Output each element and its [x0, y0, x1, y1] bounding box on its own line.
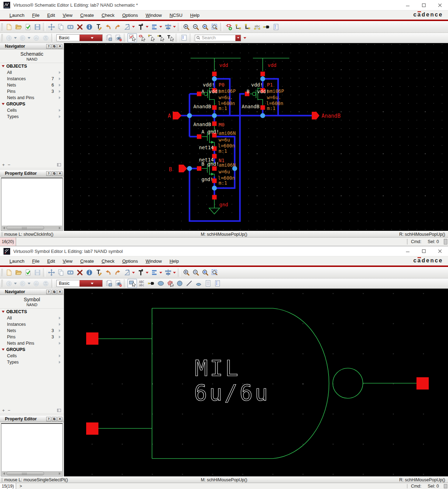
menu-options[interactable]: Options — [118, 257, 142, 265]
nav-up-icon[interactable] — [32, 279, 41, 288]
navigator-close-button[interactable]: ✕ — [57, 44, 62, 49]
tree-item-instances[interactable]: Instances7 — [0, 76, 64, 82]
redo-icon[interactable] — [113, 268, 122, 277]
open-file-icon[interactable] — [14, 268, 23, 277]
horizontal-scrollbar[interactable] — [2, 471, 62, 476]
toolbar-grip[interactable] — [1, 269, 3, 276]
menu-create[interactable]: Create — [76, 12, 98, 19]
navigator-float-button[interactable]: ⧉ — [52, 290, 57, 294]
scroll-right-button[interactable] — [57, 226, 62, 230]
menu-launch[interactable]: Launch — [6, 257, 28, 265]
groups-section[interactable]: GROUPS — [0, 101, 64, 107]
tree-item-cells[interactable]: Cells — [0, 353, 64, 359]
info-icon[interactable] — [84, 22, 94, 32]
nav-forward-dropdown[interactable] — [28, 283, 30, 284]
style-selector-dropdown[interactable] — [80, 35, 102, 41]
rotate-icon[interactable] — [122, 22, 132, 32]
rotate-icon[interactable] — [122, 268, 132, 277]
property-editor-close-button[interactable]: ✕ — [57, 417, 62, 421]
navigator-header[interactable]: Navigator ? ⧉ ✕ — [0, 289, 64, 295]
polygon-tool[interactable] — [165, 279, 175, 288]
nav-top-icon[interactable] — [41, 279, 50, 288]
panel-splitter[interactable] — [0, 413, 64, 416]
align-icon[interactable] — [150, 22, 159, 32]
delete-icon[interactable] — [75, 268, 84, 277]
zoom-to-selection-icon[interactable] — [210, 268, 219, 277]
zoom-to-selection-icon[interactable] — [210, 22, 219, 32]
menu-edit[interactable]: Edit — [43, 257, 59, 265]
move-icon[interactable] — [47, 268, 56, 277]
expand-arrow-icon[interactable] — [59, 90, 61, 93]
collapse-triangle-icon[interactable] — [2, 311, 5, 313]
panel-splitter[interactable] — [0, 167, 64, 170]
ellipse-tool[interactable] — [156, 279, 165, 288]
menu-view[interactable]: View — [59, 12, 76, 19]
search-input[interactable] — [202, 35, 230, 40]
tree-item-cells[interactable]: Cells — [0, 107, 64, 113]
menu-options[interactable]: Options — [118, 12, 142, 19]
menu-edit[interactable]: Edit — [43, 12, 59, 19]
nav-forward-icon[interactable] — [18, 33, 27, 42]
search-dropdown[interactable] — [235, 35, 241, 41]
expand-all-button[interactable]: + — [2, 162, 8, 167]
expand-arrow-icon[interactable] — [59, 109, 61, 112]
new-file-icon[interactable] — [4, 22, 14, 32]
toolbar-grip[interactable] — [1, 23, 3, 31]
distribute-dropdown[interactable] — [173, 272, 176, 274]
stretch-icon[interactable] — [66, 22, 75, 32]
command-prompt[interactable]: > — [16, 484, 22, 489]
rotate-dropdown[interactable] — [132, 26, 135, 28]
select-tool[interactable] — [127, 279, 137, 288]
tree-item-nets-and-pins[interactable]: Nets and Pins — [0, 95, 64, 101]
create-wire-icon[interactable] — [233, 22, 243, 32]
style-selector-dropdown[interactable] — [80, 280, 102, 287]
property-editor-header[interactable]: Property Editor ? ⧉ ✕ — [0, 416, 64, 422]
create-pin-icon[interactable] — [262, 22, 271, 32]
label-tool[interactable] — [165, 33, 175, 42]
scrollbar-thumb[interactable] — [6, 226, 44, 230]
property-editor-view[interactable] — [1, 178, 63, 231]
line-tool[interactable] — [184, 279, 194, 288]
sheet-options-icon[interactable] — [179, 33, 189, 42]
zoom-out-icon[interactable] — [191, 22, 200, 32]
navigator-help-button[interactable]: ? — [46, 290, 51, 294]
collapse-triangle-icon[interactable] — [2, 349, 5, 351]
navigator-help-button[interactable]: ? — [46, 44, 51, 49]
navigator-float-button[interactable]: ⧉ — [52, 44, 57, 49]
copy-icon[interactable] — [56, 22, 66, 32]
collapse-all-button[interactable]: − — [8, 162, 13, 167]
save-hierarchy-icon[interactable] — [104, 279, 113, 288]
new-file-icon[interactable] — [4, 268, 14, 277]
resize-handle[interactable] — [444, 239, 447, 245]
tree-item-types[interactable]: Types — [0, 113, 64, 120]
expand-arrow-icon[interactable] — [59, 71, 61, 74]
info-icon[interactable] — [84, 268, 94, 277]
collapse-triangle-icon[interactable] — [2, 65, 5, 67]
nav-up-icon[interactable] — [32, 33, 41, 42]
rotate-dropdown[interactable] — [132, 272, 135, 274]
move-icon[interactable] — [47, 22, 56, 32]
save-icon[interactable] — [33, 22, 42, 32]
expand-arrow-icon[interactable] — [59, 77, 61, 80]
align-dropdown[interactable] — [159, 272, 162, 274]
panel-layout-icon[interactable] — [56, 163, 62, 167]
property-editor-float-button[interactable]: ⧉ — [52, 417, 57, 421]
expand-arrow-icon[interactable] — [59, 84, 61, 87]
nav-top-icon[interactable] — [41, 33, 50, 42]
tree-item-instances[interactable]: Instances — [0, 321, 64, 328]
minimize-button[interactable] — [400, 0, 416, 10]
text-style-dropdown[interactable] — [146, 26, 149, 28]
properties-icon[interactable] — [94, 268, 103, 277]
wires[interactable] — [178, 76, 312, 221]
scrollbar-thumb[interactable] — [6, 471, 44, 475]
collapse-triangle-icon[interactable] — [2, 103, 5, 105]
wire-tool[interactable] — [146, 33, 156, 42]
text-style-icon[interactable] — [136, 22, 145, 32]
tree-item-pins[interactable]: Pins3 — [0, 88, 64, 95]
scroll-right-button[interactable] — [57, 471, 62, 476]
zoom-fit-icon[interactable] — [200, 22, 210, 32]
menu-check[interactable]: Check — [98, 12, 118, 19]
visibility-icon[interactable] — [113, 33, 123, 42]
label-tool[interactable] — [137, 279, 146, 288]
toolbar-grip[interactable] — [1, 280, 3, 287]
